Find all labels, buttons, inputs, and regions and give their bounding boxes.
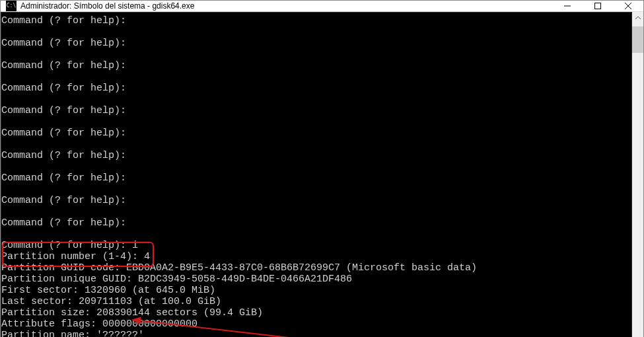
terminal-line: Command (? for help): xyxy=(1,217,631,229)
terminal-line: Partition name: '??????' xyxy=(1,330,631,337)
terminal-line xyxy=(1,116,631,128)
terminal-line: Command (? for help): xyxy=(1,38,631,49)
minimize-button[interactable] xyxy=(552,1,583,11)
scroll-track[interactable] xyxy=(632,23,643,337)
terminal-line: First sector: 1320960 (at 645.0 MiB) xyxy=(1,285,631,296)
terminal-line xyxy=(1,139,631,150)
window-controls xyxy=(552,1,643,11)
scroll-up-button[interactable] xyxy=(632,12,643,23)
scroll-thumb[interactable] xyxy=(632,26,643,53)
minimize-icon xyxy=(564,3,571,9)
vertical-scrollbar[interactable] xyxy=(632,12,643,337)
close-icon xyxy=(625,3,631,9)
svg-rect-1 xyxy=(595,3,601,9)
terminal-output[interactable]: Command (? for help): Command (? for hel… xyxy=(1,12,632,337)
terminal-line xyxy=(1,206,631,217)
terminal-line: Command (? for help): xyxy=(1,172,631,184)
terminal-line: Command (? for help): xyxy=(1,15,631,26)
terminal-line: Command (? for help): xyxy=(1,83,631,94)
client-area: Command (? for help): Command (? for hel… xyxy=(1,12,643,337)
maximize-icon xyxy=(594,3,601,9)
cmd-icon-glyph: C:\ xyxy=(7,3,16,9)
window-title: Administrador: Símbolo del sistema - gdi… xyxy=(20,1,194,11)
terminal-line xyxy=(1,161,631,172)
terminal-line: Command (? for help): xyxy=(1,60,631,71)
terminal-line xyxy=(1,49,631,60)
window-frame: C:\ Administrador: Símbolo del sistema -… xyxy=(0,0,644,337)
terminal-line: Partition unique GUID: B2DC3949-5058-449… xyxy=(1,274,631,285)
maximize-button[interactable] xyxy=(583,1,613,11)
terminal-line: Command (? for help): xyxy=(1,150,631,161)
terminal-line xyxy=(1,26,631,38)
terminal-line: Command (? for help): xyxy=(1,128,631,139)
terminal-line: Command (? for help): xyxy=(1,195,631,206)
terminal-line: Partition size: 208390144 sectors (99.4 … xyxy=(1,307,631,318)
terminal-line xyxy=(1,71,631,83)
terminal-line: Partition GUID code: EBD0A0A2-B9E5-4433-… xyxy=(1,262,631,274)
terminal-line: Command (? for help): i xyxy=(1,240,631,251)
terminal-line: Partition number (1-4): 4 xyxy=(1,251,631,262)
terminal-line: Command (? for help): xyxy=(1,105,631,116)
close-button[interactable] xyxy=(613,1,643,11)
chevron-up-icon xyxy=(635,15,641,21)
cmd-icon: C:\ xyxy=(6,1,17,11)
terminal-line xyxy=(1,94,631,105)
terminal-line: Last sector: 209711103 (at 100.0 GiB) xyxy=(1,296,631,307)
terminal-line xyxy=(1,229,631,240)
terminal-line: Attribute flags: 0000000000000000 xyxy=(1,318,631,330)
titlebar[interactable]: C:\ Administrador: Símbolo del sistema -… xyxy=(1,1,643,12)
terminal-line xyxy=(1,184,631,195)
